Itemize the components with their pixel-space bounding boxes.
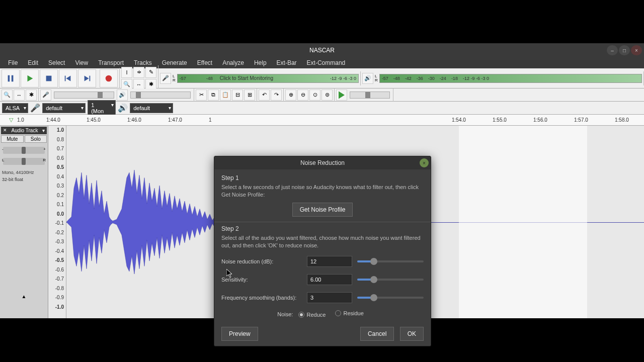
zoom-toggle-button[interactable]: ⊚ (321, 89, 333, 101)
timeline-tick: 1:56.0 (533, 117, 547, 123)
zoom-in-button[interactable]: ⊕ (285, 89, 296, 101)
reduce-radio[interactable]: Reduce (298, 312, 326, 318)
menu-file[interactable]: File (3, 58, 23, 67)
title-bar: NASCAR – □ × (0, 43, 644, 57)
silence-icon[interactable]: ⊞ (244, 89, 255, 101)
minimize-button[interactable]: – (607, 45, 618, 55)
track-name: Audio Track (12, 128, 38, 133)
get-noise-profile-button[interactable]: Get Noise Profile (292, 203, 353, 217)
menu-edit[interactable]: Edit (23, 58, 43, 67)
residue-radio[interactable]: Residue (335, 310, 363, 316)
sensitivity-input[interactable] (307, 274, 352, 285)
step2-description: Select all of the audio you want filtere… (221, 234, 424, 249)
meter-tick: -12 -9 -6 -3 0 (463, 76, 489, 81)
recording-device-combo[interactable]: default (42, 103, 86, 113)
stop-button[interactable] (40, 69, 58, 87)
cancel-button[interactable]: Cancel (360, 327, 394, 341)
ruler-tick: 0.1 (57, 202, 64, 207)
close-button[interactable]: × (631, 45, 642, 55)
dialog-close-button[interactable]: × (420, 158, 429, 167)
ruler-tick: 0.7 (57, 146, 64, 151)
track-bit-depth: 32-bit float (1, 176, 47, 183)
play-button[interactable] (21, 69, 39, 87)
recording-channels-combo[interactable]: 1 (Mon (88, 100, 116, 116)
ruler-tick: 1.0 (57, 127, 64, 133)
trim-icon[interactable]: ⊟ (232, 89, 243, 101)
draw-tool-icon[interactable]: ✎ (145, 67, 156, 78)
svg-point-8 (106, 75, 112, 81)
menu-view[interactable]: View (70, 58, 93, 67)
sensitivity-slider[interactable] (357, 279, 424, 281)
playback-speed-slider[interactable] (350, 92, 390, 99)
envelope-tool-icon[interactable]: ≑ (133, 67, 144, 78)
ruler-tick: -0.4 (55, 248, 64, 254)
menu-bar: FileEditSelectViewTransportTracksGenerat… (0, 57, 644, 68)
recording-meter[interactable]: -57 -48 Click to Start Monitoring -12 -9… (177, 74, 359, 83)
mute-button[interactable]: Mute (1, 135, 24, 143)
copy-icon[interactable]: ⧉ (208, 89, 219, 101)
track-control-panel: ✕ Audio Track ▾ Mute Solo - + L R Mono, … (0, 126, 48, 318)
meter-tick: -57 (382, 76, 388, 81)
frequency-smoothing-slider[interactable] (357, 297, 424, 299)
playback-volume-slider[interactable] (130, 92, 191, 99)
svg-rect-4 (65, 75, 66, 81)
timeline-tick: 1.0 (17, 117, 24, 123)
dialog-title: Noise Reduction (300, 159, 345, 166)
menu-ext-bar[interactable]: Ext-Bar (272, 58, 302, 67)
preview-button[interactable]: Preview (221, 327, 258, 341)
frequency-smoothing-label: Frequency smoothing (bands): (221, 295, 302, 301)
collapse-icon[interactable]: ▲ (1, 294, 47, 299)
skip-end-button[interactable] (78, 69, 96, 87)
menu-help[interactable]: Help (249, 58, 272, 67)
cut-icon[interactable]: ✂ (196, 89, 207, 101)
timeline-tick: 1:47.0 (168, 117, 182, 123)
solo-button[interactable]: Solo (25, 135, 47, 143)
ok-button[interactable]: OK (400, 327, 424, 341)
noise-reduction-input[interactable] (307, 256, 352, 267)
dialog-title-bar[interactable]: Noise Reduction × (214, 156, 431, 169)
ruler-tick: -1.0 (55, 304, 64, 310)
menu-generate[interactable]: Generate (157, 58, 192, 67)
timeline-tick: 1:44.0 (46, 117, 60, 123)
playback-meter[interactable]: -57-48-42-36-30-24-18-12 -9 -6 -3 0 (379, 74, 642, 83)
fit-project-icon[interactable]: ✱ (26, 89, 37, 101)
noise-reduction-slider[interactable] (357, 260, 424, 262)
menu-effect[interactable]: Effect (192, 58, 217, 67)
play-at-speed-button[interactable] (336, 89, 347, 101)
maximize-button[interactable]: □ (619, 45, 630, 55)
track-menu[interactable]: ✕ Audio Track ▾ (1, 127, 47, 134)
speaker-device-icon: 🔊 (117, 89, 128, 101)
audio-host-combo[interactable]: ALSA (2, 103, 28, 113)
menu-analyze[interactable]: Analyze (217, 58, 249, 67)
ruler-tick: -0.7 (55, 276, 64, 282)
zoom-sel-button[interactable]: ⊙ (309, 89, 320, 101)
gain-slider[interactable]: - + (3, 147, 45, 154)
svg-marker-9 (339, 91, 345, 99)
meter-tick: -48 (206, 76, 213, 81)
menu-ext-command[interactable]: Ext-Command (302, 58, 351, 67)
transport-toolbar: I ≑ ✎ 🔍 ↔ ✱ 🎤 LR -57 -48 Click to Start … (0, 68, 644, 88)
menu-select[interactable]: Select (43, 58, 70, 67)
timeline-ruler[interactable]: ▽ 1.01:44.01:45.01:46.01:47.011:54.01:55… (0, 115, 644, 126)
ruler-tick: 0.4 (57, 174, 64, 179)
mic-icon: 🎤 (30, 103, 40, 113)
recording-volume-slider[interactable] (54, 92, 114, 99)
device-toolbar: ALSA 🎤 default 1 (Mon 🔊 default (0, 102, 644, 115)
svg-rect-7 (90, 75, 91, 81)
selection-tool-icon[interactable]: I (121, 67, 132, 78)
playback-device-combo[interactable]: default (130, 103, 173, 113)
frequency-smoothing-input[interactable] (307, 292, 352, 303)
record-button[interactable] (100, 69, 118, 87)
zoom-out-button[interactable]: ⊖ (297, 89, 308, 101)
paste-icon[interactable]: 📋 (220, 89, 231, 101)
undo-icon[interactable]: ↶ (259, 89, 270, 101)
pause-button[interactable] (2, 69, 20, 87)
noise-reduction-dialog: Noise Reduction × Step 1 Select a few se… (214, 156, 431, 346)
skip-start-button[interactable] (59, 69, 77, 87)
redo-icon[interactable]: ↷ (271, 89, 282, 101)
timeline-tick: 1 (209, 117, 212, 123)
zoom-in-icon[interactable]: 🔍 (2, 89, 13, 101)
fit-width-icon[interactable]: ↔ (14, 89, 25, 101)
pan-slider[interactable]: L R (3, 158, 45, 165)
mouse-cursor (226, 269, 233, 278)
